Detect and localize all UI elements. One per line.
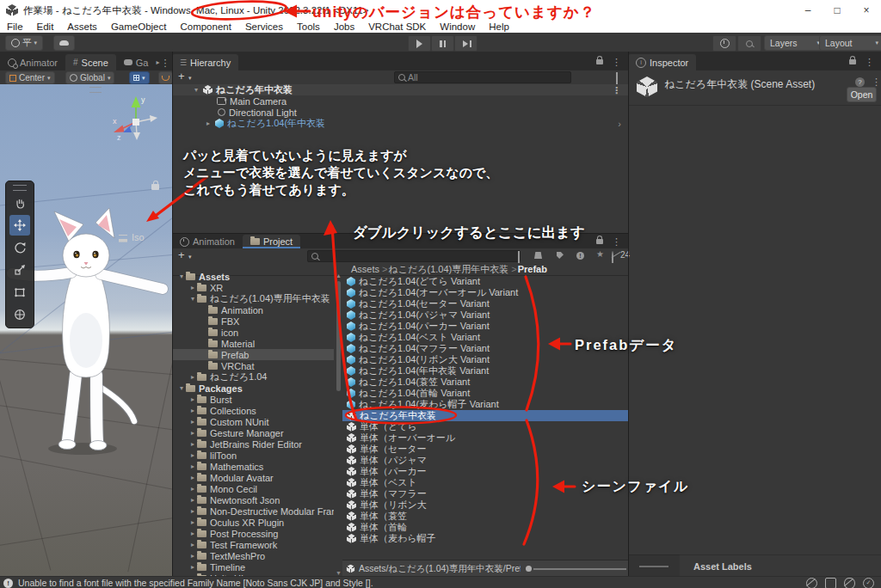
foldout-arrow[interactable]: ▸ xyxy=(188,440,197,448)
cat-avatar-model[interactable] xyxy=(0,84,172,576)
scene-viewport[interactable]: y x z Iso xyxy=(0,84,172,576)
label-icon[interactable] xyxy=(557,252,564,259)
breadcrumb-item[interactable]: > xyxy=(511,264,516,274)
folder-tree-item[interactable]: Animation xyxy=(172,304,334,315)
foldout-arrow[interactable]: ▸ xyxy=(188,485,197,493)
lock-icon[interactable] xyxy=(849,59,856,64)
foldout-arrow[interactable]: ▸ xyxy=(188,496,197,504)
menu-item[interactable]: Window xyxy=(433,21,482,33)
view-orientation-gizmo[interactable]: y x z xyxy=(108,91,169,144)
folder-tree-item[interactable]: ▸ Timeline xyxy=(172,561,334,573)
panel-divider[interactable] xyxy=(172,233,628,234)
pause-button[interactable] xyxy=(431,35,454,52)
add-object-button[interactable]: + xyxy=(178,71,185,82)
foldout-arrow[interactable]: ▾ xyxy=(188,295,197,303)
foldout-arrow[interactable]: ▸ xyxy=(188,530,197,537)
toolstrip-drag-handle[interactable] xyxy=(13,185,27,191)
folder-tree-item[interactable]: ▾ ねこだろ(1.04)専用年中衣装 xyxy=(172,293,334,304)
bug-slash-icon[interactable] xyxy=(806,578,817,588)
breadcrumb-item[interactable]: Prefab xyxy=(518,264,547,274)
foldout-arrow[interactable]: ▸ xyxy=(188,407,197,414)
folder-tree-item[interactable]: ▸ Post Processing xyxy=(172,528,334,539)
folder-tree-item[interactable]: Material xyxy=(172,338,334,349)
menu-item[interactable]: File xyxy=(0,21,30,33)
asset-list-item[interactable]: ねこだろ1.04(首輪 Variant xyxy=(342,388,628,399)
asset-list-item[interactable]: ねこだろ1.04(リボン大 Variant xyxy=(342,354,628,365)
folder-tree-item[interactable]: ▸ Oculus XR Plugin xyxy=(172,517,334,528)
add-asset-button[interactable]: + xyxy=(178,250,185,260)
menu-item[interactable]: Services xyxy=(238,21,290,33)
scrollbar-thumb[interactable] xyxy=(336,281,341,391)
tab-inspector[interactable]: i Inspector xyxy=(628,54,696,70)
asset-list-item[interactable]: 単体（麦わら帽子 xyxy=(342,533,628,544)
folder-tree-item[interactable]: ▸ lilToon xyxy=(172,450,334,461)
asset-list-item[interactable]: 単体（ベスト xyxy=(342,477,628,488)
pane-drag-handle[interactable] xyxy=(89,87,102,93)
asset-list-item[interactable]: 単体（リボン大 xyxy=(342,499,628,511)
undo-history-button[interactable] xyxy=(712,35,736,52)
asset-list-item[interactable]: 単体（マフラー xyxy=(342,488,628,499)
folder-tree-item[interactable]: ▸ Burst xyxy=(172,394,334,405)
kebab-menu-icon[interactable]: ⋮ xyxy=(612,237,621,246)
folder-tree-item[interactable]: ▸ Modular Avatar xyxy=(172,472,334,483)
tab-hierarchy[interactable]: ☰ Hierarchy xyxy=(172,54,238,70)
scroll-up-icon[interactable]: ▲ xyxy=(336,273,342,279)
foldout-arrow[interactable]: ▸ xyxy=(188,541,197,548)
asset-labels-section[interactable]: Asset Labels xyxy=(680,554,881,577)
open-button[interactable]: Open xyxy=(847,87,877,102)
foldout-arrow[interactable]: ▸ xyxy=(188,373,197,381)
folder-tree-item[interactable]: ▸ JetBrains Rider Editor xyxy=(172,438,334,450)
preview-splitter[interactable] xyxy=(628,554,681,577)
breadcrumb-item[interactable]: ねこだろ(1.04)専用年中衣装 xyxy=(388,263,508,276)
status-message[interactable]: Unable to find a font file with the spec… xyxy=(18,578,373,588)
play-button[interactable] xyxy=(408,35,431,52)
asset-list-item[interactable]: ねこだろ1.04(パーカー Variant xyxy=(342,321,628,332)
folder-tree-item[interactable]: ▸ Newtonsoft Json xyxy=(172,494,334,505)
menu-item[interactable]: Jobs xyxy=(327,21,361,33)
tab-animator[interactable]: Animator xyxy=(0,54,65,70)
favorites-star-icon[interactable]: ★ xyxy=(596,249,604,259)
step-button[interactable] xyxy=(454,35,477,52)
foldout-arrow[interactable]: ▸ xyxy=(188,462,197,470)
asset-list-item[interactable]: ねこだろ1.04(ベスト Variant xyxy=(342,332,628,343)
foldout-arrow[interactable]: ▸ xyxy=(206,119,215,127)
scale-tool[interactable] xyxy=(9,260,30,280)
kebab-menu-icon[interactable]: ⋮ xyxy=(865,58,874,66)
kebab-menu-icon[interactable]: ⋮ xyxy=(872,77,881,86)
folder-tree-item[interactable]: ▸ XR xyxy=(172,282,334,293)
minimize-button[interactable]: – xyxy=(793,0,822,21)
folder-tree-item[interactable]: ▸ Collections xyxy=(172,405,334,416)
folder-tree-item[interactable]: ▸ ねこだろ1.04 xyxy=(172,371,334,383)
grid-visibility-toggle[interactable]: ▾ xyxy=(129,71,150,84)
folder-tree-item[interactable]: ▸ Mono Cecil xyxy=(172,483,334,494)
folder-tree-item[interactable]: ▸ TextMeshPro xyxy=(172,550,334,561)
asset-list-item[interactable]: ねこだろ1.04(どてら Variant xyxy=(342,276,628,287)
asset-list-item[interactable]: ねこだろ年中衣装 xyxy=(342,410,628,421)
folder-tree-item[interactable]: FBX xyxy=(172,315,334,327)
tree-scrollbar[interactable]: ▲ ▼ xyxy=(335,271,342,578)
tab-animation[interactable]: Animation xyxy=(172,235,243,248)
asset-list-item[interactable]: ねこだろ1.04(セーター Variant xyxy=(342,298,628,309)
foldout-arrow[interactable]: ▸ xyxy=(188,429,197,437)
projection-mode[interactable]: Iso xyxy=(119,232,145,242)
move-tool[interactable] xyxy=(9,215,30,236)
asset-list-item[interactable]: 単体（オーバーオール xyxy=(342,432,628,444)
menu-item[interactable]: Component xyxy=(173,21,237,33)
foldout-arrow[interactable]: ▾ xyxy=(194,86,203,94)
warning-icon[interactable]: ! xyxy=(576,252,584,260)
kebab-menu-icon[interactable]: ⋮ xyxy=(612,86,621,95)
asset-list-item[interactable]: 単体（パーカー xyxy=(342,466,628,477)
cloud-button[interactable] xyxy=(53,35,75,51)
foldout-arrow[interactable]: ▾ xyxy=(177,384,186,392)
asset-list-item[interactable]: ねこだろ1.04(年中衣装 Variant xyxy=(342,365,628,377)
layers-dropdown[interactable]: Layers▾ xyxy=(764,35,826,51)
asset-list-item[interactable]: 単体（セーター xyxy=(342,444,628,455)
rect-tool[interactable] xyxy=(9,282,30,303)
asset-list-item[interactable]: ねこだろ1.04(麦わら帽子 Variant xyxy=(342,399,628,410)
folder-tree-item[interactable]: ▸ Gesture Manager xyxy=(172,427,334,438)
package-icon[interactable] xyxy=(534,252,542,259)
eye-slash-icon[interactable] xyxy=(844,578,855,588)
snap-toggle[interactable] xyxy=(158,71,173,84)
folder-tree-item[interactable]: VRChat xyxy=(172,360,334,371)
folder-tree-item[interactable]: ▸ Custom NUnit xyxy=(172,416,334,427)
